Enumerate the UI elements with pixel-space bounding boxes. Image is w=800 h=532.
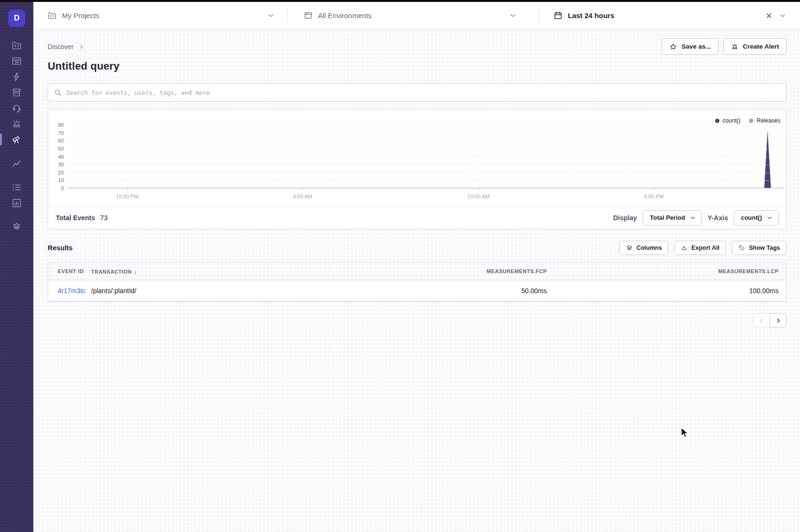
project-filter-dropdown[interactable]: My Projects <box>33 2 287 29</box>
show-tags-label: Show Tags <box>749 245 780 251</box>
save-as-button[interactable]: Save as... <box>662 38 718 55</box>
sidebar-item-discover[interactable] <box>0 132 33 147</box>
gridline <box>68 149 783 149</box>
sidebar-item-projects[interactable] <box>0 37 33 53</box>
headset-icon <box>11 103 22 113</box>
tag-icon <box>738 245 745 251</box>
export-all-label: Export All <box>691 245 719 251</box>
gridline <box>68 133 783 133</box>
lightning-icon <box>11 72 22 82</box>
export-all-button[interactable]: Export All <box>674 241 726 255</box>
display-select[interactable]: Total Period <box>643 210 702 225</box>
y-axis-tick: 50 <box>58 146 64 152</box>
sort-desc-arrow-icon: ↓ <box>134 268 137 275</box>
clear-date-icon[interactable] <box>765 12 773 20</box>
y-axis-tick: 10 <box>58 177 64 183</box>
y-axis-tick: 20 <box>58 170 64 175</box>
legend-dot <box>715 119 719 123</box>
results-buttons: Columns Export All Show Tags <box>619 241 787 255</box>
sidebar-item-activity[interactable] <box>0 179 33 195</box>
sidebar-item-releases[interactable] <box>0 84 33 100</box>
main-area: My Projects All Environments <box>33 0 800 532</box>
columns-button[interactable]: Columns <box>619 241 668 255</box>
breadcrumb-discover-link[interactable]: Discover <box>48 43 73 51</box>
gear-icon <box>11 222 22 232</box>
chevron-down-icon <box>766 215 773 221</box>
sidebar-item-performance[interactable] <box>0 69 33 84</box>
sidebar-nav <box>0 37 33 235</box>
page-content: Discover Save as... <box>33 30 800 532</box>
count-spike <box>763 124 772 188</box>
column-header-transaction[interactable]: TRANSACTION↓ <box>91 268 406 275</box>
chevron-right-icon <box>78 43 85 50</box>
app-root: D My Projects All Environments <box>0 0 800 532</box>
legend-entry-count[interactable]: count() <box>715 117 740 124</box>
x-axis-tickmark <box>302 188 303 190</box>
x-axis-tickmark <box>654 188 654 190</box>
columns-label: Columns <box>636 245 662 251</box>
siren-icon <box>11 119 22 129</box>
column-header-event-id[interactable]: EVENT ID <box>48 268 91 274</box>
fcp-cell: 50.00ms <box>406 287 549 295</box>
search-bar <box>48 83 787 102</box>
results-table: EVENT ID TRANSACTION↓ MEASUREMENTS.FCP M… <box>48 262 787 302</box>
sidebar-item-issues[interactable] <box>0 53 33 69</box>
star-icon <box>669 43 677 51</box>
y-axis-tick: 30 <box>58 162 64 167</box>
y-axis-value: count() <box>741 214 762 221</box>
next-page-button[interactable] <box>769 313 787 327</box>
sidebar-item-settings[interactable] <box>0 219 33 235</box>
previous-page-button[interactable] <box>753 313 770 327</box>
window-icon <box>304 11 313 20</box>
download-icon <box>681 245 687 251</box>
environment-filter-label: All Environments <box>318 11 372 20</box>
gridline <box>68 141 783 141</box>
x-axis-tick: 10:00 AM <box>467 194 489 199</box>
legend-label: count() <box>723 117 740 124</box>
x-axis-tick: 4:00 PM <box>644 194 664 199</box>
legend-entry-releases[interactable]: Releases <box>749 117 780 124</box>
date-filter-label: Last 24 hours <box>568 11 615 20</box>
total-events-label: Total Events <box>56 214 95 222</box>
trend-line-icon <box>11 158 22 169</box>
date-filter-dropdown[interactable]: Last 24 hours <box>539 2 800 29</box>
chevron-down-icon <box>779 11 787 20</box>
y-axis-tick: 40 <box>58 154 64 160</box>
window-top-edge <box>0 0 800 2</box>
legend-dot <box>749 119 753 123</box>
environment-filter-dropdown[interactable]: All Environments <box>287 2 539 29</box>
chart-controls: Display Total Period Y-Axis count() <box>613 210 779 225</box>
sidebar-item-dashboards[interactable] <box>0 155 33 171</box>
layers-icon <box>626 245 633 251</box>
column-header-measurements-lcp[interactable]: MEASUREMENTS.LCP <box>549 268 786 274</box>
show-tags-button[interactable]: Show Tags <box>732 241 787 255</box>
y-axis-tick: 60 <box>58 138 64 143</box>
issues-inbox-icon <box>11 56 22 66</box>
sidebar: D <box>0 0 33 532</box>
gridline <box>68 164 783 165</box>
sidebar-item-stats[interactable] <box>0 195 33 211</box>
column-header-transaction-label: TRANSACTION <box>91 269 132 275</box>
search-input[interactable] <box>66 89 780 96</box>
create-alert-button[interactable]: Create Alert <box>723 38 787 55</box>
org-avatar[interactable]: D <box>8 10 25 27</box>
table-row: 4r17m3tc /plants/:plantId/ 50.00ms 100.0… <box>48 280 786 301</box>
chart-legend: count() Releases <box>715 117 780 124</box>
header-actions: Save as... Create Alert <box>662 38 787 55</box>
lcp-cell: 100.00ms <box>549 287 786 295</box>
sidebar-item-alerts[interactable] <box>0 116 33 132</box>
column-header-measurements-fcp[interactable]: MEASUREMENTS.FCP <box>406 268 549 274</box>
calendar-icon <box>554 11 563 20</box>
topbar: My Projects All Environments <box>33 0 800 30</box>
transaction-cell: /plants/:plantId/ <box>91 287 406 295</box>
sidebar-item-support[interactable] <box>0 100 33 116</box>
telescope-icon <box>11 134 22 145</box>
event-id-link[interactable]: 4r17m3tc <box>48 287 91 295</box>
page-title: Untitled query <box>48 60 787 72</box>
create-alert-label: Create Alert <box>743 43 779 50</box>
pagination <box>48 313 787 327</box>
chart-plot[interactable] <box>68 125 783 188</box>
y-axis-tick: 80 <box>58 122 64 128</box>
y-axis-select[interactable]: count() <box>734 210 779 225</box>
chevron-right-icon <box>775 317 782 324</box>
